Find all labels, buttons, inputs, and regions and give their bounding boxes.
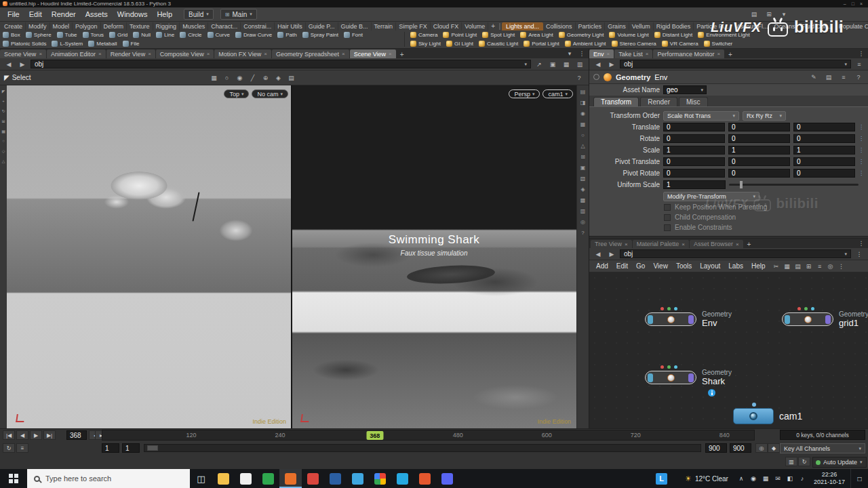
shelf-tool[interactable]: Spray Paint	[300, 32, 341, 38]
shelf-tool[interactable]: Metaball	[85, 41, 119, 47]
pane-tab[interactable]: Motion FX View ×	[214, 49, 271, 58]
param-field-z[interactable]: 1	[793, 146, 855, 155]
param-field-x[interactable]: 0	[663, 157, 725, 166]
help-icon[interactable]: ?	[574, 73, 585, 83]
pane-tab[interactable]: Tree View ×	[591, 240, 632, 248]
shelf-tab[interactable]: Texture	[127, 22, 153, 30]
select-tool-icon[interactable]: ◤	[2, 89, 5, 94]
new-pane-tab-button[interactable]: +	[744, 241, 755, 248]
ladder-handle-icon[interactable]: ⋮	[859, 147, 864, 153]
close-icon[interactable]: ×	[207, 51, 210, 57]
shelf-tool[interactable]: Draw Curve	[233, 32, 275, 38]
shelf-tab[interactable]: Model	[50, 22, 73, 30]
parameter-tab[interactable]: Misc	[679, 97, 708, 106]
previous-frame-button[interactable]: ◀	[16, 430, 28, 440]
pane-tab[interactable]: Performance Monitor ×	[653, 49, 724, 58]
close-icon[interactable]: ×	[389, 51, 392, 57]
parameters-path-field[interactable]: obj ▾	[620, 60, 851, 68]
snapshot-icon[interactable]: ▣	[547, 60, 558, 69]
shelf-tool[interactable]: Font	[341, 32, 366, 38]
back-icon[interactable]: ◀	[593, 249, 604, 259]
shelf-tool[interactable]: Platonic Solids	[0, 41, 49, 47]
shelf-tab[interactable]: Modify	[26, 22, 50, 30]
close-icon[interactable]: ×	[625, 241, 628, 247]
handles-tool-icon[interactable]: ▦	[1, 129, 5, 134]
mail-tray-icon[interactable]: ✉	[772, 475, 784, 482]
back-icon[interactable]: ◀	[3, 60, 14, 69]
shelf-tab[interactable]: Oceans	[772, 22, 799, 30]
shelf-tab[interactable]: Hair Utils	[275, 22, 306, 30]
global-end-field[interactable]: 900	[730, 443, 751, 453]
add-shelf-tab-button[interactable]: +	[488, 22, 498, 30]
close-icon[interactable]: ×	[607, 51, 610, 57]
taskbar-clock[interactable]: 22:26 2021-10-17	[808, 471, 850, 486]
uniform-scale-slider[interactable]	[729, 184, 859, 186]
shelf-tab[interactable]: Guide P...	[306, 22, 338, 30]
taskbar-app[interactable]: ◫	[190, 469, 212, 488]
maximize-button[interactable]: □	[852, 0, 854, 7]
pin-icon[interactable]: ≡	[854, 60, 865, 69]
shelf-tool[interactable]: Distant Light	[652, 32, 695, 38]
taskbar-app[interactable]	[212, 469, 235, 488]
pane-tab[interactable]: Asset Browser ×	[690, 240, 743, 248]
snapping-icon[interactable]: ⊕	[260, 73, 271, 83]
network-menu-item[interactable]: View	[649, 262, 672, 270]
param-field-z[interactable]: 0	[793, 123, 855, 131]
shelf-tab-lights[interactable]: Lights and...	[502, 22, 543, 30]
cut-icon[interactable]: ✂	[771, 262, 782, 271]
gallery-icon[interactable]: ▤	[823, 73, 834, 82]
shelf-tab[interactable]: Constrai...	[241, 22, 275, 30]
shelf-tab[interactable]: Deform	[101, 22, 127, 30]
shelf-tool[interactable]: Path	[275, 32, 299, 38]
close-icon[interactable]: ×	[646, 51, 649, 57]
param-field-z[interactable]: 0	[793, 169, 855, 178]
list-icon[interactable]: ▤	[793, 262, 804, 271]
shelf-tool[interactable]: Stereo Camera	[609, 41, 659, 47]
slider-handle[interactable]	[740, 181, 743, 188]
shelf-splitter[interactable]	[499, 23, 500, 30]
param-field-y[interactable]: 1	[728, 146, 790, 155]
laser-select-icon[interactable]: ╱	[248, 73, 258, 83]
pane-tab[interactable]: Animation Editor ×	[47, 49, 106, 58]
taskbar-app[interactable]	[279, 469, 302, 488]
pane-layout-icon[interactable]: ▥	[574, 60, 585, 69]
checkbox[interactable]	[664, 224, 671, 231]
scene-viewport[interactable]: Top ▾ No cam ▾ Indie Edition Swimming Sh…	[7, 85, 576, 428]
desktop-grid-icon[interactable]: ⊞	[764, 9, 774, 19]
asset-name-field[interactable]: geo ▾	[663, 85, 707, 94]
help-icon[interactable]: ?	[581, 230, 584, 236]
shelf-tool[interactable]: Volume Light	[606, 32, 651, 38]
ladder-handle-icon[interactable]: ⋮	[859, 136, 864, 142]
shading-mode-icon[interactable]: ◨	[580, 100, 586, 106]
pane-tab[interactable]: Geometry Spreadsheet ×	[272, 49, 349, 58]
shelf-tool[interactable]: File	[120, 41, 142, 47]
pane-tab[interactable]: Render View ×	[106, 49, 155, 58]
network-menu-item[interactable]: Go	[632, 262, 649, 270]
network-menu-item[interactable]: Tools	[672, 262, 696, 270]
taskbar-app[interactable]	[369, 469, 391, 488]
shelf-tab[interactable]: Viscous Fl...	[732, 22, 772, 30]
taskbar-app[interactable]	[414, 469, 436, 488]
param-field-y[interactable]: 0	[728, 123, 790, 131]
playhead[interactable]: 368	[366, 431, 383, 440]
menu-item[interactable]: Windows	[113, 10, 153, 18]
current-frame-field[interactable]: 368	[66, 430, 87, 440]
taskbar-search[interactable]: Type here to search	[27, 469, 190, 488]
overflow-menu-icon[interactable]: ⋮	[836, 262, 847, 271]
close-icon[interactable]: ×	[342, 51, 345, 57]
new-tab-icon[interactable]: ⊞	[804, 262, 814, 271]
brush-select-icon[interactable]: ◉	[235, 73, 245, 83]
points-display-icon[interactable]: ○	[581, 132, 585, 138]
back-icon[interactable]: ◀	[593, 60, 604, 69]
taskbar-app[interactable]	[324, 469, 347, 488]
camera-node-badge[interactable]	[733, 408, 774, 424]
multi-snap-icon[interactable]: ◈	[273, 73, 284, 83]
shelf-tool[interactable]: Torus	[80, 32, 107, 38]
rotate-order-dropdown[interactable]: Rx Ry Rz ▾	[743, 111, 786, 121]
param-field-y[interactable]: 0	[728, 134, 790, 143]
param-field-y[interactable]: 0	[728, 157, 790, 166]
play-button[interactable]: ▶	[30, 430, 42, 440]
info-icon[interactable]: ◎	[580, 219, 585, 225]
global-start-field[interactable]: 1	[102, 443, 119, 453]
shelf-tool[interactable]: GI Light	[443, 41, 476, 47]
